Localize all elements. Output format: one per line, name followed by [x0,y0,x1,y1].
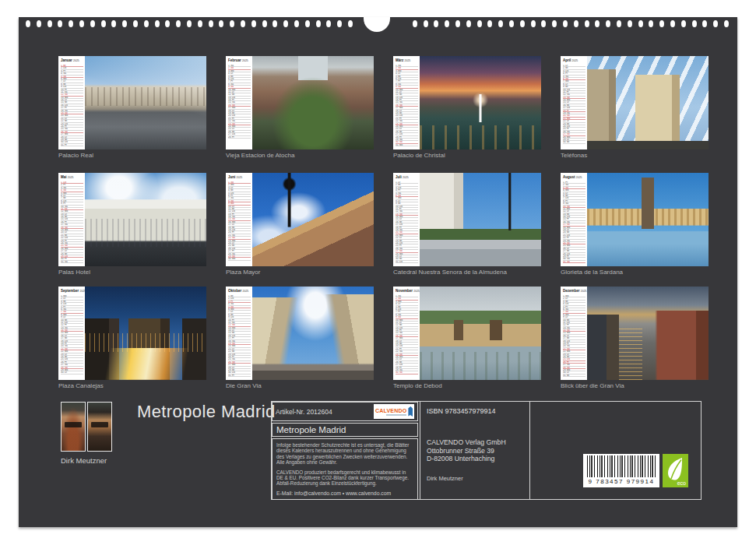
month-name: August [563,175,576,179]
binding-hole [26,20,30,27]
month-photo [587,56,709,149]
calvendo-wordmark: CALVENDO [375,408,406,413]
calendar-month-tile: Juli 20251. Di2. Mi3. Do4. Fr5. Sa6. So7… [393,173,541,266]
mini-calendar-month: Februar 2025 [228,58,251,63]
photo-caption: Palacio Real [58,152,93,159]
binding-hole [424,20,428,27]
hanger-notch [364,17,390,32]
binding-hole [455,20,460,27]
binding-hole [47,20,52,27]
photo-caption: Blick über die Gran Via [561,382,624,389]
calendar-month-tile: Mai 20251. Do2. Fr3. Sa4. So5. Mo6. Di7.… [58,173,206,266]
mini-calendar-month: Oktober 2025 [228,289,251,294]
eco-badge: eco [663,454,688,487]
mini-calendar: Februar 20251. Sa2. So3. Mo4. Di5. Mi6. … [226,56,252,149]
binding-hole [531,20,536,27]
month-name: Februar [228,58,242,62]
day-row: 30. So [396,371,418,374]
photo-caption: Plaza Canalejas [58,382,104,389]
binding-hole [79,20,84,27]
binding-hole [219,20,223,27]
binding-hole [176,20,181,27]
month-photo [587,287,709,380]
calendar-month-tile: Januar 20251. Mi2. Do3. Fr4. Sa5. So6. M… [58,56,206,149]
binding-hole [198,20,202,27]
calvendo-logo: CALVENDO [374,404,414,419]
month-name: September [61,289,80,293]
binding-hole [133,20,138,27]
day-row: 30. Mi [563,141,585,143]
day-row: 31. So [563,261,585,263]
month-name: Januar [61,58,73,62]
month-year: 2025 [405,59,411,62]
mini-calendar: September 20251. Mo2. Di3. Mi4. Do5. Fr6… [58,287,85,380]
binding-hole [638,20,643,27]
calendar-month-tile: April 20251. Di2. Mi3. Do4. Fr5. Sa6. So… [561,56,709,149]
mini-calendar-month: Januar 2025 [61,58,83,63]
mini-calendar-month: April 2025 [563,58,585,63]
mini-calendar-month: November 2025 [396,289,418,294]
binding-hole [262,20,267,27]
photo-caption: Catedral Nuestra Senora de la Almudena [393,269,507,276]
calvendo-wordmark-wrap: CALVENDO [375,408,406,416]
legal-text-1: Infolge bestehender Schutzrechte ist es … [276,442,413,466]
photo-caption: Plaza Mayor [226,269,260,276]
legal-text-2: CALVENDO produziert bedarfsgerecht und k… [276,469,413,487]
month-photo [252,173,374,266]
month-year: 2025 [242,59,248,62]
month-year: 2025 [243,290,249,293]
binding-hole [90,20,95,27]
article-number: Artikel-Nr. 2012604 [276,408,332,416]
month-year: 2025 [581,290,587,293]
month-year: 2025 [576,176,582,179]
binding-hole [702,20,707,27]
barcode-bars [587,455,656,477]
calendar-month-tile: März 20251. Sa2. So3. Mo4. Di5. Mi6. Do7… [393,56,541,149]
binding-hole [466,20,471,27]
mini-calendar: August 20251. Fr2. Sa3. So4. Mo5. Di6. M… [561,173,587,266]
author-name: Dirk Meutzner [61,456,107,465]
binding-hole [659,20,664,27]
imprint-box: Artikel-Nr. 2012604 CALVENDO Metropole M… [271,401,701,500]
month-year: 2025 [73,59,79,62]
month-photo [85,173,206,266]
binding-hole [241,20,245,27]
photo-caption: Die Gran Via [226,382,262,389]
binding-hole [209,20,213,27]
day-row: 31. Fr [61,144,83,146]
binding-hole [649,20,653,27]
month-name: Oktober [228,289,243,293]
mini-calendar: Oktober 20251. Mi2. Do3. Fr4. Sa5. So6. … [226,287,252,380]
binding-hole [111,20,116,27]
day-row: 28. Fr [228,136,251,139]
binding-hole [337,20,342,27]
binding-hole [574,20,578,27]
calendar-month-tile: Dezember 20251. Mo2. Di3. Mi4. Do5. Fr6.… [561,287,709,380]
binding-hole [595,20,600,27]
author-photo [61,402,112,452]
month-year: 2025 [413,290,420,293]
product-title-box: Metropole Madrid [272,423,418,437]
month-photo [252,287,374,380]
mini-calendar: Juni 20251. So2. Mo3. Di4. Mi5. Do6. Fr7… [226,173,252,266]
binding-hole [713,20,718,27]
binding-hole [165,20,170,27]
month-photo [420,287,541,380]
month-photo [420,56,541,149]
month-photo [252,56,374,149]
month-name: Juli [396,175,403,179]
binding-hole [692,20,697,27]
eco-label: eco [677,480,686,486]
mini-calendar: April 20251. Di2. Mi3. Do4. Fr5. Sa6. So… [561,56,587,149]
publisher-column: ISBN 9783457979914 CALVENDO Verlag GmbH … [420,402,530,499]
mini-calendar: März 20251. Sa2. So3. Mo4. Di5. Mi6. Do7… [393,56,420,149]
mini-calendar-month: Mai 2025 [61,175,83,180]
mini-calendar-month: Juni 2025 [228,175,251,180]
month-name: November [396,289,413,293]
day-row: 31. Mo [396,144,418,146]
binding-hole [294,20,299,27]
calvendo-book-icon [408,406,413,417]
binding-hole [628,20,632,27]
binding-hole [413,20,417,27]
mini-calendar: Januar 20251. Mi2. Do3. Fr4. Sa5. So6. M… [58,56,85,149]
